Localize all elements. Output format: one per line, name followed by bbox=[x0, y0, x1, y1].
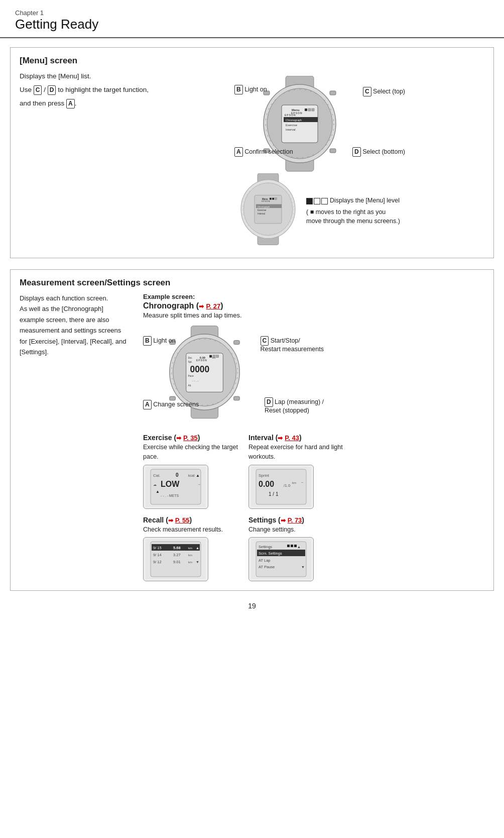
svg-rect-12 bbox=[308, 109, 311, 111]
svg-text:0.00: 0.00 bbox=[200, 356, 205, 359]
chrono-label-d: D Lap (measuring) /Reset (stopped) bbox=[265, 397, 324, 414]
label-b-light: B Light on bbox=[234, 85, 267, 94]
svg-rect-95 bbox=[294, 545, 297, 547]
svg-text:Dst.: Dst. bbox=[188, 357, 193, 359]
key-a-chrono: A bbox=[143, 400, 152, 409]
svg-text:9.01: 9.01 bbox=[173, 560, 181, 564]
svg-text:~: ~ bbox=[198, 483, 200, 486]
svg-text:5.68: 5.68 bbox=[173, 546, 181, 550]
svg-text:/1.0: /1.0 bbox=[284, 483, 291, 488]
meas-line2: As well as the [Chronograph] bbox=[20, 303, 135, 314]
svg-text:9/ 12: 9/ 12 bbox=[153, 560, 162, 564]
measurement-section: Measurement screen/Settings screen Displ… bbox=[10, 269, 494, 591]
interval-link[interactable]: P. 43 bbox=[285, 434, 299, 442]
svg-rect-54 bbox=[234, 341, 240, 345]
level-squares bbox=[306, 198, 328, 204]
menu-desc-line2: Use C / D to highlight the target functi… bbox=[20, 84, 150, 96]
menu-right-diagrams: Menu EPSON Chronograph Exercise Interval bbox=[155, 71, 484, 249]
exercise-link[interactable]: P. 35 bbox=[183, 434, 198, 442]
level-indicator-desc: Displays the [Menu] level ( ■ moves to t… bbox=[306, 196, 402, 226]
recall-desc: Check measurement results. bbox=[143, 525, 238, 535]
svg-text:LOW: LOW bbox=[161, 480, 180, 488]
menu-left-text: Displays the [Menu] list. Use C / D to h… bbox=[20, 71, 150, 249]
meas-line5: for [Exercise], [Interval], [Recall], an… bbox=[20, 336, 135, 347]
settings-screen-svg: Settings ▲ Scrn. Settings AT Lap AT Pau bbox=[251, 539, 311, 579]
exercise-example: Exercise (➡ P. 35) Exercise while checki… bbox=[143, 434, 238, 509]
svg-text:▲: ▲ bbox=[297, 545, 301, 549]
settings-desc: Change settings. bbox=[248, 525, 344, 535]
label-a-confirm: A Confirm selection bbox=[234, 147, 293, 157]
recall-link[interactable]: P. 55 bbox=[175, 516, 190, 524]
measurement-right: Example screen: Chronograph (➡ P. 27) Me… bbox=[143, 293, 484, 581]
svg-text:km: km bbox=[292, 481, 296, 484]
chrono-label-b: B Light on bbox=[143, 336, 176, 346]
interval-example: Interval (➡ P. 43) Repeat exercise for h… bbox=[248, 434, 344, 509]
chapter-label: Chapter 1 bbox=[15, 9, 489, 17]
menu-screen-section: [Menu] screen Displays the [Menu] list. … bbox=[10, 47, 494, 258]
svg-text:Menu: Menu bbox=[262, 198, 268, 200]
svg-rect-11 bbox=[305, 109, 307, 111]
menu-desc-line3: and then press A. bbox=[20, 98, 150, 110]
svg-text:EPSON: EPSON bbox=[291, 112, 303, 115]
meas-line1: Displays each function screen. bbox=[20, 293, 135, 303]
chrono-watch-diagram: Dst. 0.00 km Spl. 0000 Pace - - . - Alt. bbox=[143, 323, 324, 429]
chrono-label-c: C Start/Stop/Restart measurements bbox=[261, 336, 324, 353]
exercise-screen-svg: Cal. 0 kcal ▲ ☁ LOW ~ ▲ - - bbox=[146, 467, 206, 507]
recall-screen-svg: 9/ 15 5.68 km ▲ 9/ 14 3.27 km 9/ 12 9.01… bbox=[146, 539, 206, 579]
key-c-badge: C bbox=[363, 87, 371, 96]
key-c-chrono: C bbox=[261, 336, 269, 346]
svg-text:▼: ▼ bbox=[196, 560, 199, 564]
svg-text:3.27: 3.27 bbox=[173, 553, 181, 557]
example-label: Example screen: bbox=[143, 293, 484, 300]
exercise-desc: Exercise while checking the target pace. bbox=[143, 443, 238, 462]
recall-arrow: ➡ bbox=[168, 517, 173, 524]
menu-section-title: [Menu] screen bbox=[20, 56, 484, 66]
svg-text:0: 0 bbox=[176, 472, 179, 478]
chapter-header: Chapter 1 Getting Ready bbox=[0, 0, 504, 38]
label-c-select-top: C Select (top) bbox=[363, 87, 405, 96]
settings-example: Settings (➡ P. 73) Change settings. Sett… bbox=[248, 516, 344, 582]
interval-desc: Repeat exercise for hard and light worko… bbox=[248, 443, 344, 462]
svg-rect-31 bbox=[270, 198, 272, 200]
svg-rect-49 bbox=[213, 355, 215, 358]
svg-text:Sprint: Sprint bbox=[259, 473, 270, 478]
svg-text:- - . -: - - . - bbox=[192, 379, 198, 382]
chrono-page-link[interactable]: P. 27 bbox=[206, 302, 221, 310]
chrono-arrow: ➡ bbox=[199, 303, 204, 310]
settings-screen-thumb: Settings ▲ Scrn. Settings AT Lap AT Pau bbox=[248, 537, 314, 581]
svg-text:▲: ▲ bbox=[196, 546, 199, 550]
svg-rect-32 bbox=[272, 198, 274, 200]
svg-text:▼: ▼ bbox=[301, 565, 305, 569]
key-a: A bbox=[66, 99, 75, 109]
label-d-select-bottom: D Select (bottom) bbox=[352, 147, 405, 157]
interval-screen-svg: Sprint 0.00 /1.0 km ~ 1 / 1 bbox=[251, 467, 311, 507]
svg-text:AT Pause: AT Pause bbox=[259, 565, 275, 569]
chapter-title: Getting Ready bbox=[15, 17, 489, 32]
svg-text:km: km bbox=[188, 554, 192, 557]
svg-text:Cal.: Cal. bbox=[153, 473, 160, 478]
svg-text:EPSON: EPSON bbox=[196, 359, 207, 362]
svg-rect-94 bbox=[291, 545, 293, 547]
exercise-arrow: ➡ bbox=[176, 435, 181, 442]
interval-title: Interval (➡ P. 43) bbox=[248, 434, 344, 442]
examples-row-2: Recall (➡ P. 55) Check measurement resul… bbox=[143, 516, 484, 582]
svg-text:km: km bbox=[188, 561, 192, 564]
key-a-badge: A bbox=[234, 147, 243, 157]
svg-text:~: ~ bbox=[301, 481, 303, 484]
recall-screen-thumb: 9/ 15 5.68 km ▲ 9/ 14 3.27 km 9/ 12 9.01… bbox=[143, 537, 208, 581]
settings-link[interactable]: P. 73 bbox=[288, 516, 302, 524]
menu-watch-diagram-1: Menu EPSON Chronograph Exercise Interval bbox=[234, 71, 405, 181]
svg-text:▲: ▲ bbox=[156, 489, 160, 494]
settings-title: Settings (➡ P. 73) bbox=[248, 516, 344, 524]
chrono-label-a: A Change screens bbox=[143, 400, 199, 409]
watch-svg-1: Menu EPSON Chronograph Exercise Interval bbox=[260, 76, 340, 176]
svg-text:Exercise: Exercise bbox=[286, 124, 298, 127]
settings-arrow: ➡ bbox=[281, 517, 286, 524]
svg-rect-48 bbox=[209, 355, 212, 358]
svg-rect-93 bbox=[287, 545, 290, 547]
menu-desc-line1: Displays the [Menu] list. bbox=[20, 71, 150, 82]
svg-text:Chronograph: Chronograph bbox=[258, 205, 270, 208]
sq-empty-1 bbox=[314, 198, 320, 204]
svg-rect-17 bbox=[330, 149, 336, 153]
svg-text:kcal: kcal bbox=[188, 474, 195, 477]
